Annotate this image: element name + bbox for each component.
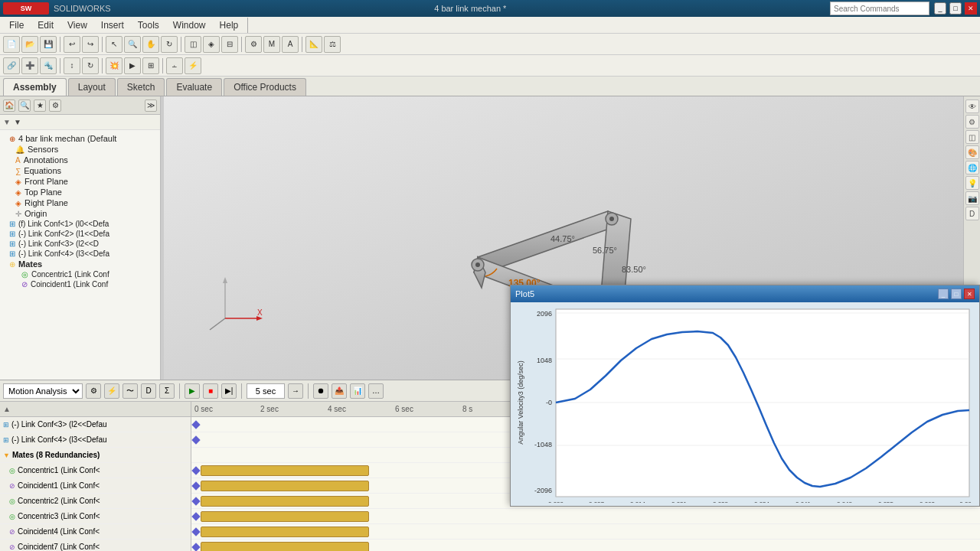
motion-arrow-btn[interactable]: →: [288, 383, 303, 399]
tab-evaluate[interactable]: Evaluate: [166, 78, 222, 96]
right-icon-display[interactable]: ◫: [965, 130, 979, 144]
right-icon-camera[interactable]: 📷: [965, 191, 979, 205]
menu-edit[interactable]: Edit: [31, 18, 60, 32]
motion-record-btn[interactable]: ⏺: [313, 383, 328, 399]
plot-minimize[interactable]: _: [938, 289, 949, 299]
tree-mates[interactable]: ⊕ Mates: [0, 259, 160, 269]
menu-window[interactable]: Window: [167, 18, 212, 32]
menu-file[interactable]: File: [3, 18, 30, 32]
menu-insert[interactable]: Insert: [95, 18, 130, 32]
tree-root[interactable]: ⊕ 4 bar link mechan (Default: [0, 133, 160, 144]
tb-save[interactable]: 💾: [40, 36, 57, 53]
tl-coincident1[interactable]: ⊘ Coincident1 (Link Conf<: [0, 478, 191, 494]
motion-spring-btn[interactable]: 〜: [122, 383, 138, 399]
menu-view[interactable]: View: [61, 18, 93, 32]
panel-icon2[interactable]: 🔍: [18, 99, 31, 112]
tab-layout[interactable]: Layout: [68, 78, 116, 96]
motion-step-btn[interactable]: ▶|: [221, 383, 237, 399]
maximize-button[interactable]: □: [949, 2, 962, 15]
tb2-mate[interactable]: 🔗: [3, 57, 20, 74]
plot-close[interactable]: ✕: [964, 289, 975, 299]
tab-assembly[interactable]: Assembly: [3, 78, 67, 96]
tree-coincident1[interactable]: ⊘ Coincident1 (Link Conf: [0, 279, 160, 289]
tree-link2[interactable]: ⊞ (-) Link Conf<2> (l1<<Defa: [0, 229, 160, 239]
tl-mates-folder[interactable]: ▼ Mates (8 Redundancies): [0, 448, 191, 463]
tl-concentric2[interactable]: ◎ Concentric2 (Link Conf<: [0, 494, 191, 509]
tree-sensors[interactable]: 🔔 Sensors: [0, 144, 160, 155]
tree-annotations[interactable]: A Annotations: [0, 155, 160, 165]
minimize-button[interactable]: _: [934, 2, 946, 15]
motion-type-select[interactable]: Motion Analysis Basic Motion Animation: [3, 383, 83, 399]
tb-section[interactable]: ⊟: [221, 36, 238, 53]
tb2-explode[interactable]: 💥: [106, 57, 122, 74]
tb-view-orient[interactable]: ◫: [185, 36, 201, 53]
right-icon-view[interactable]: 👁: [965, 99, 979, 113]
menu-help[interactable]: Help: [214, 18, 245, 32]
tb2-animate[interactable]: ▶: [124, 57, 141, 74]
tb-appearances[interactable]: A: [282, 36, 299, 53]
tl-coincident4[interactable]: ⊘ Coincident4 (Link Conf<: [0, 524, 191, 540]
tb-open[interactable]: 📂: [21, 36, 38, 53]
tb-redo[interactable]: ↪: [82, 36, 99, 53]
title-right[interactable]: _ □ ✕: [830, 2, 977, 15]
tree-origin[interactable]: ✛ Origin: [0, 208, 160, 219]
tb2-interference[interactable]: ⚡: [185, 57, 201, 74]
motion-settings-btn[interactable]: ⚙: [86, 383, 101, 399]
tb-measure[interactable]: 📐: [305, 36, 322, 53]
tb2-smart-fasteners[interactable]: 🔩: [40, 57, 57, 74]
tree-front-plane[interactable]: ◈ Front Plane: [0, 176, 160, 187]
motion-stop-btn[interactable]: ■: [203, 383, 218, 399]
tb2-insert-component[interactable]: ➕: [21, 57, 38, 74]
right-icon-decal[interactable]: D: [965, 207, 979, 220]
right-icon-appearance[interactable]: 🎨: [965, 145, 979, 159]
tree-link1[interactable]: ⊞ (f) Link Conf<1> (l0<<Defa: [0, 219, 160, 229]
tb-select[interactable]: ↖: [106, 36, 122, 53]
right-icon-scene[interactable]: 🌐: [965, 161, 979, 174]
close-button[interactable]: ✕: [965, 2, 977, 15]
tree-top-plane[interactable]: ◈ Top Plane: [0, 187, 160, 197]
tb2-mirror[interactable]: ⫠: [166, 57, 183, 74]
motion-more-btn[interactable]: …: [368, 383, 384, 399]
tl-link3[interactable]: ⊞ (-) Link Conf<3> (l2<<Defau: [0, 417, 191, 432]
motion-calc-btn[interactable]: Σ: [159, 383, 175, 399]
tb2-rotate-comp[interactable]: ↻: [82, 57, 99, 74]
tl-concentric3[interactable]: ◎ Concentric3 (Link Conf<: [0, 509, 191, 524]
menu-tools[interactable]: Tools: [132, 18, 165, 32]
panel-expand[interactable]: ≫: [145, 99, 157, 112]
tb-display[interactable]: ◈: [203, 36, 220, 53]
plot-maximize[interactable]: □: [951, 289, 962, 299]
search-input[interactable]: [830, 2, 929, 15]
tb2-move[interactable]: ↕: [64, 57, 80, 74]
tree-link4[interactable]: ⊞ (-) Link Conf<4> (l3<<Defa: [0, 249, 160, 259]
tb-pan[interactable]: ✋: [142, 36, 159, 53]
motion-play-btn[interactable]: ▶: [185, 383, 200, 399]
tree-right-plane[interactable]: ◈ Right Plane: [0, 197, 160, 208]
motion-damper-btn[interactable]: D: [141, 383, 156, 399]
right-icon-lights[interactable]: 💡: [965, 176, 979, 190]
panel-icon1[interactable]: 🏠: [3, 99, 15, 112]
tb-zoom[interactable]: 🔍: [124, 36, 141, 53]
right-icon-settings[interactable]: ⚙: [965, 115, 979, 129]
collapse-icon[interactable]: ▲: [3, 405, 11, 413]
tree-link3[interactable]: ⊞ (-) Link Conf<3> (l2<<D: [0, 239, 160, 249]
time-input[interactable]: [247, 383, 285, 399]
tab-sketch[interactable]: Sketch: [117, 78, 165, 96]
panel-icon3[interactable]: ★: [34, 99, 46, 112]
tb-options[interactable]: ⚙: [245, 36, 262, 53]
tb-new[interactable]: 📄: [3, 36, 20, 53]
tl-coincident7[interactable]: ⊘ Coincident7 (Link Conf<: [0, 540, 191, 551]
tab-office-products[interactable]: Office Products: [224, 78, 306, 96]
tl-link4[interactable]: ⊞ (-) Link Conf<4> (l3<<Defau: [0, 432, 191, 448]
motion-export-btn[interactable]: 📤: [332, 383, 347, 399]
motion-sensitivity-btn[interactable]: 📊: [350, 383, 365, 399]
tb2-pattern[interactable]: ⊞: [142, 57, 159, 74]
tree-concentric1[interactable]: ◎ Concentric1 (Link Conf: [0, 269, 160, 279]
tb-materials[interactable]: M: [263, 36, 280, 53]
tb-rotate[interactable]: ↻: [161, 36, 178, 53]
motion-motor-btn[interactable]: ⚡: [104, 383, 119, 399]
panel-icon4[interactable]: ⚙: [49, 99, 61, 112]
tl-concentric1[interactable]: ◎ Concentric1 (Link Conf<: [0, 463, 191, 478]
tb-undo[interactable]: ↩: [64, 36, 80, 53]
tb-mass[interactable]: ⚖: [324, 36, 341, 53]
tree-equations[interactable]: ∑ Equations: [0, 165, 160, 176]
